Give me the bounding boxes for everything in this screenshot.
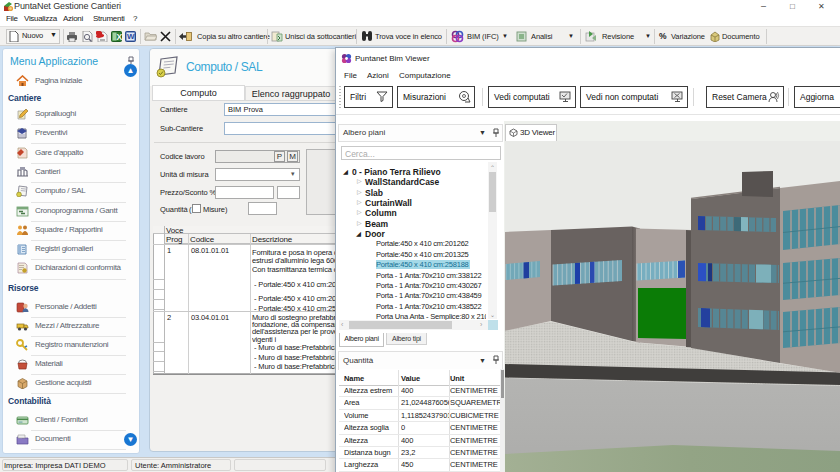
svg-text:W: W (127, 32, 135, 41)
svg-text:X: X (117, 32, 123, 42)
